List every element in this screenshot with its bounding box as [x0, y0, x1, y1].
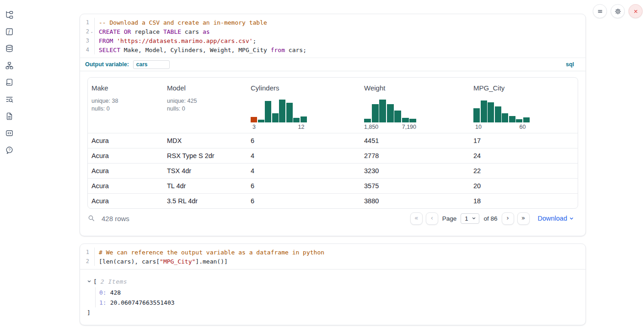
next-page-button[interactable]: ›: [502, 212, 514, 225]
tree-root-row[interactable]: [2 Items: [87, 277, 585, 286]
code-line[interactable]: 4SELECT Make, Model, Cylinders, Weight, …: [80, 45, 585, 54]
code-text: FROM 'https://datasets.marimo.app/cars.c…: [95, 37, 256, 44]
table-row[interactable]: AcuraMDX6445117: [88, 133, 578, 148]
chevron-down-icon[interactable]: [87, 279, 91, 284]
python-code-editor[interactable]: 1# We can reference the output variable …: [80, 244, 585, 269]
table-cell[interactable]: Acura: [88, 137, 163, 144]
histogram-bar: [372, 104, 379, 122]
file-text-button[interactable]: [5, 111, 14, 121]
fold-chevron-icon[interactable]: ⌄: [89, 30, 94, 34]
notebook-controls: [593, 4, 643, 18]
language-badge: sql: [566, 61, 574, 68]
menu-button[interactable]: [593, 4, 607, 18]
column-name: MPG_City: [473, 84, 574, 92]
table-cell[interactable]: 3575: [360, 182, 470, 190]
code-line[interactable]: 3FROM 'https://datasets.marimo.app/cars.…: [80, 36, 585, 45]
code-box-icon: [5, 129, 14, 137]
help-circle-button[interactable]: ?: [5, 145, 14, 154]
function-square-button[interactable]: f: [5, 27, 14, 36]
help-circle-icon: ?: [5, 146, 14, 154]
table-cell[interactable]: Acura: [88, 182, 163, 190]
open-bracket: [: [93, 278, 97, 285]
column-stats: unique: 425nulls: 0: [167, 97, 243, 113]
code-line[interactable]: 2[len(cars), cars["MPG_City"].mean()]: [80, 257, 585, 266]
table-cell[interactable]: 4: [247, 152, 360, 159]
file-text-icon: [5, 112, 14, 121]
column-header-make[interactable]: Makeunique: 38nulls: 0: [88, 78, 163, 133]
table-cell[interactable]: 24: [470, 152, 578, 159]
table-cell[interactable]: TSX 4dr: [163, 167, 247, 174]
list-search-button[interactable]: [5, 95, 14, 104]
histogram-bar: [286, 103, 293, 122]
table-search-button[interactable]: [87, 214, 96, 222]
line-number: 4: [86, 47, 89, 53]
axis-max-label: 7,190: [402, 124, 416, 130]
table-cell[interactable]: MDX: [163, 137, 247, 144]
table-cell[interactable]: 3880: [360, 197, 470, 205]
file-tree-button[interactable]: [5, 10, 14, 19]
stat-line: nulls: 0: [91, 105, 160, 113]
sitemap-button[interactable]: [5, 61, 14, 70]
table-cell[interactable]: Acura: [88, 152, 163, 159]
table-cell[interactable]: 17: [470, 137, 578, 144]
histogram-bars: [251, 99, 307, 122]
settings-button[interactable]: [611, 4, 625, 18]
column-header-model[interactable]: Modelunique: 425nulls: 0: [163, 78, 247, 133]
function-square-icon: f: [5, 27, 14, 36]
column-header-mpg_city[interactable]: MPG_City1060: [470, 78, 578, 133]
scroll-button[interactable]: [5, 78, 14, 87]
code-line[interactable]: 2⌄CREATE OR replace TABLE cars as: [80, 27, 585, 36]
histogram-bar: [495, 106, 501, 122]
table-cell[interactable]: 3230: [360, 167, 470, 174]
last-page-button[interactable]: »: [517, 212, 530, 225]
column-histogram[interactable]: 1060: [473, 99, 530, 130]
table-cell[interactable]: 6: [247, 137, 360, 144]
histogram-bar: [394, 111, 401, 122]
column-histogram[interactable]: 1,8507,190: [364, 99, 416, 130]
tree-entry[interactable]: 1:20.060747663551403: [99, 297, 585, 307]
sql-code-editor[interactable]: 1-- Download a CSV and create an in-memo…: [80, 14, 585, 58]
table-cell[interactable]: 6: [247, 182, 360, 190]
table-cell[interactable]: 4451: [360, 137, 470, 144]
code-line[interactable]: 1# We can reference the output variable …: [80, 248, 585, 257]
gear-icon: [614, 8, 622, 15]
output-variable-bar: Output variable: sql: [80, 58, 585, 71]
table-row[interactable]: AcuraRSX Type S 2dr4277824: [88, 148, 578, 163]
table-cell[interactable]: 20: [470, 182, 578, 190]
output-variable-input[interactable]: [133, 60, 170, 69]
table-cell[interactable]: Acura: [88, 167, 163, 174]
close-bracket: ]: [87, 309, 585, 316]
left-sidebar: f?: [5, 10, 14, 154]
table-cell[interactable]: RSX Type S 2dr: [163, 152, 247, 159]
table-row[interactable]: Acura3.5 RL 4dr6388018: [88, 193, 578, 208]
table-cell[interactable]: TL 4dr: [163, 182, 247, 190]
table-cell[interactable]: 18: [470, 197, 578, 205]
page-select[interactable]: 1: [461, 213, 479, 224]
code-text: [len(cars), cars["MPG_City"].mean()]: [95, 258, 228, 265]
histogram-bars: [364, 99, 416, 122]
table-cell[interactable]: 4: [247, 167, 360, 174]
table-cell[interactable]: Acura: [88, 197, 163, 205]
table-cell[interactable]: 2778: [360, 152, 470, 159]
items-count-label: 2 Items: [101, 278, 127, 285]
table-row[interactable]: AcuraTL 4dr6357520: [88, 178, 578, 193]
code-box-button[interactable]: [5, 128, 14, 137]
search-icon: [87, 214, 96, 222]
table-cell[interactable]: 6: [247, 197, 360, 205]
column-histogram[interactable]: 312: [251, 99, 307, 130]
first-page-button[interactable]: «: [410, 212, 423, 225]
table-row[interactable]: AcuraTSX 4dr4323022: [88, 163, 578, 178]
column-header-cylinders[interactable]: Cylinders312: [247, 78, 360, 133]
code-line[interactable]: 1-- Download a CSV and create an in-memo…: [80, 18, 585, 27]
close-button[interactable]: [628, 4, 643, 18]
prev-page-button[interactable]: ‹: [426, 212, 438, 225]
chevron-down-icon: [472, 216, 476, 221]
column-header-weight[interactable]: Weight1,8507,190: [360, 78, 470, 133]
database-button[interactable]: [5, 44, 14, 53]
column-name: Make: [91, 84, 160, 92]
download-button[interactable]: Download: [538, 215, 574, 222]
table-cell[interactable]: 3.5 RL 4dr: [163, 197, 247, 205]
tree-entry[interactable]: 0:428: [99, 287, 585, 297]
table-cell[interactable]: 22: [470, 167, 578, 174]
code-text: -- Download a CSV and create an in-memor…: [95, 19, 267, 26]
